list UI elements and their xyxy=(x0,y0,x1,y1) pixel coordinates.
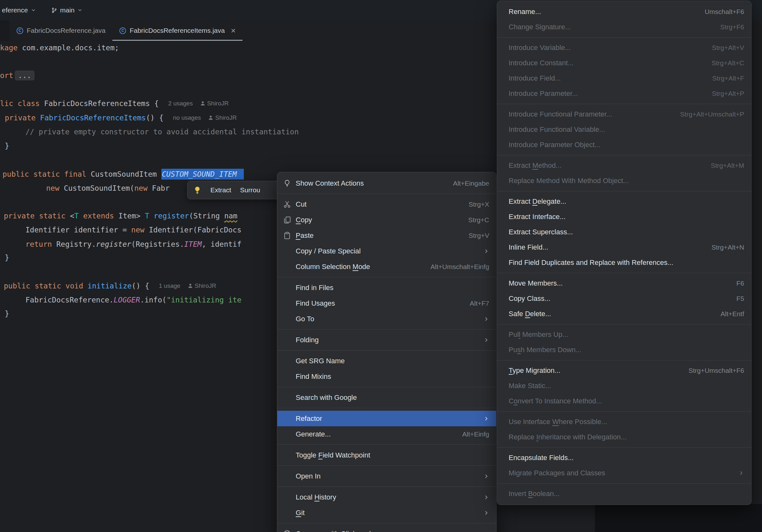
menu-item-git[interactable]: Git xyxy=(277,505,496,520)
menu-item-inline-field[interactable]: Inline Field...Strg+Alt+N xyxy=(497,240,751,255)
menu-item-shortcut: F5 xyxy=(736,295,744,302)
menu-item-compare-with-clipboard[interactable]: Compare with Clipboard xyxy=(277,526,496,532)
chevron-right-icon xyxy=(484,248,489,254)
menu-item-extract-interface[interactable]: Extract Interface... xyxy=(497,209,751,224)
menu-item-copy-class[interactable]: Copy Class...F5 xyxy=(497,291,751,306)
menu-item-find-field-duplicates-and-replace-with-references[interactable]: Find Field Duplicates and Replace with R… xyxy=(497,255,751,270)
tab-fabricdocsreference-java[interactable]: C FabricDocsReference.java xyxy=(10,20,113,41)
usages-inlay-hint[interactable]: 2 usages xyxy=(168,100,193,107)
menu-item-introduce-parameter-object: Introduce Parameter Object... xyxy=(497,137,751,153)
paste-icon xyxy=(282,232,292,239)
lightbulb-icon[interactable] xyxy=(193,186,201,194)
menu-item-rename[interactable]: Rename...Umschalt+F6 xyxy=(497,4,751,20)
menu-separator xyxy=(277,277,496,277)
menu-item-label: Go To xyxy=(296,315,478,323)
surround-action[interactable]: Surrou xyxy=(240,186,260,194)
author-inlay-hint[interactable]: ShiroJR xyxy=(215,114,237,121)
menu-item-generate[interactable]: Generate...Alt+Einfg xyxy=(277,426,496,442)
menu-item-label: Introduce Constant... xyxy=(509,59,700,67)
code-token: (Registries. xyxy=(131,240,184,248)
menu-item-toggle-field-watchpoint[interactable]: Toggle Field Watchpoint xyxy=(277,447,496,463)
folded-region[interactable]: ... xyxy=(15,71,35,80)
menu-separator xyxy=(497,104,751,104)
menu-item-find-mixins[interactable]: Find Mixins xyxy=(277,369,496,384)
menu-item-go-to[interactable]: Go To xyxy=(277,311,496,327)
code-token: () { xyxy=(146,114,163,122)
scissors-icon xyxy=(282,200,292,208)
code-line: lic class FabricDocsReferenceItems {2 us… xyxy=(0,97,229,111)
code-token: initialize xyxy=(88,282,131,290)
project-widget[interactable]: eference xyxy=(2,6,36,14)
menu-separator xyxy=(497,447,751,448)
tab-fabricdocsreferenceitems-java[interactable]: C FabricDocsReferenceItems.java × xyxy=(113,20,243,41)
menu-item-open-in[interactable]: Open In xyxy=(277,468,496,484)
menu-item-shortcut: Alt+Umschalt+Einfg xyxy=(431,263,489,270)
menu-item-shortcut: Strg+Alt+C xyxy=(712,59,744,67)
code-token: public static final xyxy=(3,170,91,178)
usages-inlay-hint[interactable]: 1 usage xyxy=(159,282,181,289)
menu-item-label: Compare with Clipboard xyxy=(296,530,489,532)
author-inlay-hint[interactable]: ShiroJR xyxy=(195,282,216,289)
menu-item-convert-to-instance-method: Convert To Instance Method... xyxy=(497,394,751,409)
branch-name: main xyxy=(60,6,75,14)
menu-item-shortcut: Strg+Alt+N xyxy=(712,244,744,251)
menu-item-refactor[interactable]: Refactor xyxy=(277,411,496,426)
code-token: private xyxy=(5,114,40,122)
extract-action[interactable]: Extract xyxy=(210,186,231,194)
menu-separator xyxy=(277,350,496,350)
menu-item-encapsulate-fields[interactable]: Encapsulate Fields... xyxy=(497,450,751,466)
menu-item-label: Find Field Duplicates and Replace with R… xyxy=(509,259,744,267)
code-token: // private empty constructor to avoid ac… xyxy=(26,128,299,136)
code-line: } xyxy=(5,307,9,321)
menu-item-extract-method: Extract Method...Strg+Alt+M xyxy=(497,158,751,173)
menu-item-label: Introduce Functional Variable... xyxy=(509,125,744,134)
menu-item-extract-superclass[interactable]: Extract Superclass... xyxy=(497,224,751,240)
person-icon xyxy=(208,115,214,121)
menu-separator xyxy=(497,483,751,484)
menu-item-shortcut: Strg+Alt+V xyxy=(712,44,744,51)
menu-separator xyxy=(497,411,751,412)
branch-widget[interactable]: main xyxy=(51,6,83,14)
code-line: new CustomSoundItem(new Fabr xyxy=(46,181,170,195)
code-line: public static final CustomSoundItem CUST… xyxy=(3,167,244,181)
menu-item-move-members[interactable]: Move Members...F6 xyxy=(497,276,751,291)
usages-inlay-hint[interactable]: no usages xyxy=(173,114,201,121)
menu-item-find-in-files[interactable]: Find in Files xyxy=(277,280,496,295)
code-token: .info( xyxy=(140,296,167,304)
menu-item-label: Replace Method With Method Object... xyxy=(509,177,744,185)
menu-item-invert-boolean: Invert Boolean... xyxy=(497,486,751,501)
code-token: public static void xyxy=(4,282,88,290)
menu-item-copy[interactable]: CopyStrg+C xyxy=(277,212,496,228)
menu-item-find-usages[interactable]: Find UsagesAlt+F7 xyxy=(277,295,496,311)
close-icon[interactable]: × xyxy=(231,27,236,35)
code-line: FabricDocsReference.LOGGER.info("initial… xyxy=(26,293,242,307)
menu-item-label: Extract Delegate... xyxy=(509,197,744,206)
menu-item-label: Push Members Down... xyxy=(509,346,744,354)
menu-item-paste[interactable]: PasteStrg+V xyxy=(277,228,496,243)
menu-item-label: Refactor xyxy=(296,415,478,423)
menu-item-push-members-down: Push Members Down... xyxy=(497,342,751,357)
menu-item-copy-paste-special[interactable]: Copy / Paste Special xyxy=(277,243,496,259)
code-line: kage com.example.docs.item; xyxy=(0,41,119,55)
menu-item-show-context-actions[interactable]: Show Context ActionsAlt+Eingabe xyxy=(277,176,496,191)
menu-item-cut[interactable]: CutStrg+X xyxy=(277,196,496,212)
menu-item-label: Column Selection Mode xyxy=(296,263,419,271)
menu-item-safe-delete[interactable]: Safe Delete...Alt+Entf xyxy=(497,306,751,322)
menu-separator xyxy=(277,193,496,194)
menu-item-local-history[interactable]: Local History xyxy=(277,489,496,505)
code-token: new xyxy=(46,184,64,192)
menu-item-get-srg-name[interactable]: Get SRG Name xyxy=(277,353,496,369)
menu-item-label: Invert Boolean... xyxy=(509,490,744,498)
menu-item-pull-members-up: Pull Members Up... xyxy=(497,327,751,342)
menu-item-label: Safe Delete... xyxy=(509,310,709,318)
code-token: CustomSoundItem( xyxy=(64,184,134,192)
menu-separator xyxy=(497,324,751,325)
menu-item-type-migration[interactable]: Type Migration...Strg+Umschalt+F6 xyxy=(497,363,751,378)
code-token: < xyxy=(70,212,74,220)
menu-item-column-selection-mode[interactable]: Column Selection ModeAlt+Umschalt+Einfg xyxy=(277,259,496,274)
menu-item-label: Open In xyxy=(296,472,478,481)
menu-item-folding[interactable]: Folding xyxy=(277,332,496,348)
menu-item-search-with-google[interactable]: Search with Google xyxy=(277,390,496,405)
author-inlay-hint[interactable]: ShiroJR xyxy=(207,100,229,107)
menu-item-extract-delegate[interactable]: Extract Delegate... xyxy=(497,194,751,209)
